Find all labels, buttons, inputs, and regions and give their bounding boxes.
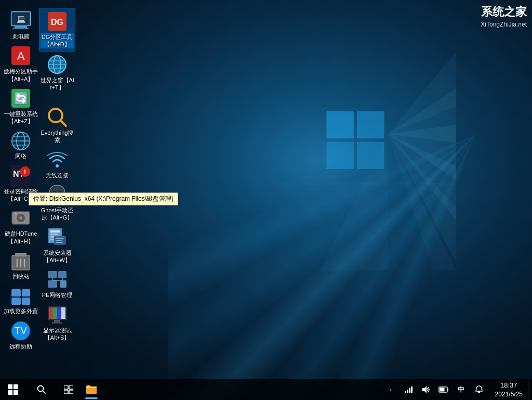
svg-text:!: !: [24, 169, 26, 176]
svg-rect-94: [69, 385, 73, 389]
icon-display-test[interactable]: 显示器测试【Alt+S】: [39, 302, 75, 344]
taskbar-task-view-button[interactable]: [57, 379, 80, 400]
svg-rect-15: [13, 28, 29, 29]
tray-chevron[interactable]: ‹: [382, 379, 399, 400]
wireless-icon: [47, 149, 68, 170]
language-icon: 中: [458, 385, 464, 394]
watermark-subtitle: XiTongZhiJia.net: [481, 20, 527, 29]
icon-this-pc[interactable]: 💻 此电脑: [3, 8, 39, 43]
dg-icon: DG: [47, 11, 68, 32]
reinstall-icon: 🔄: [10, 88, 31, 109]
svg-rect-87: [8, 384, 12, 389]
svg-rect-10: [326, 141, 354, 169]
svg-rect-93: [64, 385, 68, 389]
icon-teamviewer[interactable]: TV 远程协助: [3, 318, 39, 353]
svg-rect-100: [409, 388, 410, 393]
start-button[interactable]: [0, 379, 26, 400]
nt-icon: NT !: [10, 165, 31, 186]
tray-volume[interactable]: [418, 379, 434, 400]
svg-rect-99: [407, 390, 408, 393]
icon-sys-installer-label: 系统安装器【Alt+W】: [40, 249, 74, 264]
clock-time: 18:37: [500, 381, 517, 390]
taskbar-pinned-items: [80, 379, 103, 400]
icon-hdtune-label: 硬盘HDTune【Alt+H】: [4, 230, 38, 245]
svg-line-57: [61, 121, 66, 126]
world-window-icon: [47, 54, 68, 75]
sys-installer-icon: [47, 227, 68, 248]
icon-load-more-label: 加载更多外置: [4, 307, 38, 315]
icon-pe-network-label: PE网络管理: [42, 291, 73, 299]
icon-reinstall-label: 一键重装系统【Alt+Z】: [4, 110, 38, 125]
clock-date: 2021/5/25: [495, 390, 523, 399]
tray-notification[interactable]: [471, 379, 487, 400]
icon-world-window-label: 世界之窗【Alt+T】: [40, 76, 74, 92]
svg-rect-14: [15, 25, 27, 28]
svg-rect-88: [14, 384, 18, 389]
icon-wireless[interactable]: 无线连接: [39, 147, 75, 182]
icon-reinstall[interactable]: 🔄 一键重装系统【Alt+Z】: [3, 85, 39, 128]
icon-sys-installer[interactable]: 系统安装器【Alt+W】: [39, 224, 75, 267]
search-icon: [37, 385, 46, 394]
icon-everything-label: Everything搜索: [40, 129, 74, 144]
svg-text:DG: DG: [51, 18, 63, 27]
load-more-icon: [10, 285, 31, 306]
svg-rect-11: [357, 141, 384, 169]
svg-rect-45: [22, 298, 30, 305]
svg-rect-70: [56, 240, 62, 241]
tray-network-icon: [404, 385, 413, 394]
tray-battery-icon: [438, 386, 449, 393]
svg-rect-104: [440, 388, 444, 392]
icon-everything[interactable]: Everything搜索: [39, 104, 75, 147]
icon-network[interactable]: 网络: [3, 127, 39, 162]
show-desktop-button[interactable]: [528, 379, 532, 400]
icon-world-window[interactable]: 世界之窗【Alt+T】: [39, 51, 75, 94]
windows-logo: [225, 52, 459, 270]
chevron-icon: ‹: [390, 386, 392, 393]
svg-rect-85: [57, 307, 61, 319]
task-view-icon: [64, 385, 73, 394]
svg-rect-83: [49, 307, 53, 319]
tray-network[interactable]: [400, 379, 417, 400]
watermark-title: 系统之家: [481, 4, 527, 20]
svg-text:A: A: [17, 49, 25, 62]
svg-text:🔄: 🔄: [14, 92, 29, 106]
tray-battery[interactable]: [435, 379, 452, 400]
icon-teamviewer-label: 远程协助: [9, 343, 32, 350]
svg-rect-72: [48, 271, 57, 278]
svg-marker-102: [422, 386, 427, 393]
svg-rect-64: [50, 234, 58, 235]
icon-load-more[interactable]: 加载更多外置: [3, 282, 39, 317]
svg-rect-84: [53, 307, 57, 319]
svg-rect-69: [56, 238, 64, 239]
svg-rect-44: [11, 298, 21, 305]
svg-rect-9: [357, 111, 384, 139]
taskbar-clock[interactable]: 18:37 2021/5/25: [490, 379, 528, 400]
notification-icon: [475, 385, 483, 394]
file-explorer-icon: [86, 384, 97, 395]
icon-wireless-label: 无线连接: [46, 172, 69, 179]
svg-rect-81: [54, 320, 60, 322]
icon-hdtune[interactable]: 硬盘HDTune【Alt+H】: [3, 205, 39, 248]
icon-this-pc-label: 此电脑: [12, 33, 30, 40]
svg-rect-42: [11, 289, 21, 296]
icon-dg-tool[interactable]: DG DG分区工具【Alt+D】: [39, 8, 75, 51]
svg-line-92: [43, 391, 45, 393]
taskbar-file-explorer[interactable]: [80, 379, 103, 400]
svg-rect-82: [52, 322, 62, 324]
tray-volume-icon: [422, 385, 430, 394]
icon-aomei[interactable]: A 傲梅分区助手【Alt+A】: [3, 43, 39, 85]
svg-rect-78: [60, 280, 66, 288]
network-icon: [10, 130, 31, 151]
icon-network-label: 网络: [15, 152, 26, 160]
tray-language[interactable]: 中: [453, 379, 470, 400]
svg-rect-38: [15, 253, 26, 256]
everything-icon: [47, 107, 68, 127]
icon-recycle[interactable]: 回收站: [3, 248, 39, 282]
icon-pe-network[interactable]: PE网络管理: [39, 266, 75, 301]
icon-recycle-label: 回收站: [12, 273, 30, 280]
taskbar-search-button[interactable]: [26, 379, 57, 400]
svg-point-34: [19, 216, 22, 220]
svg-rect-89: [8, 390, 12, 395]
svg-rect-96: [69, 390, 73, 394]
icon-dg-label: DG分区工具【Alt+D】: [41, 33, 74, 48]
